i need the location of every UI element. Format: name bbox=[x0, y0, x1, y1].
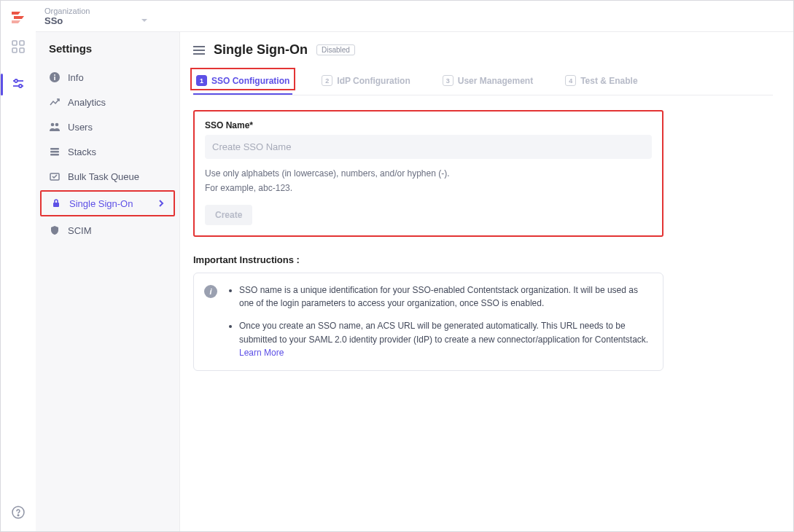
org-label: Organization bbox=[44, 7, 90, 15]
sidebar-item-bulk-task-queue[interactable]: Bulk Task Queue bbox=[36, 164, 179, 189]
sidebar-item-stacks[interactable]: Stacks bbox=[36, 139, 179, 164]
status-badge: Disabled bbox=[316, 44, 355, 55]
svg-point-5 bbox=[15, 79, 17, 82]
tab-test-enable[interactable]: 4 Test & Enable bbox=[562, 71, 640, 95]
queue-icon bbox=[49, 171, 61, 182]
svg-rect-17 bbox=[50, 154, 59, 156]
svg-point-13 bbox=[51, 123, 55, 127]
info-icon: i bbox=[204, 285, 217, 298]
create-button[interactable]: Create bbox=[205, 205, 252, 225]
svg-rect-1 bbox=[20, 41, 24, 45]
sidebar-item-label: Analytics bbox=[68, 97, 106, 108]
icon-rail bbox=[1, 31, 36, 531]
svg-rect-2 bbox=[12, 48, 17, 52]
tab-label: Test & Enable bbox=[580, 76, 637, 86]
sidebar-item-single-sign-on[interactable]: Single Sign-On bbox=[40, 190, 175, 216]
sidebar-item-users[interactable]: Users bbox=[36, 114, 179, 139]
main-content: Single Sign-On Disabled 1 SSO Configurat… bbox=[180, 31, 793, 531]
sidebar-item-label: Info bbox=[68, 72, 84, 83]
instructions-heading: Important Instructions : bbox=[193, 254, 773, 265]
chevron-down-icon bbox=[141, 17, 148, 24]
step-number: 4 bbox=[565, 75, 576, 86]
chevron-right-icon bbox=[157, 200, 165, 207]
topbar: Organization SSo bbox=[1, 1, 793, 31]
step-number: 1 bbox=[196, 75, 207, 86]
help-line: Use only alphabets (in lowercase), numbe… bbox=[205, 166, 652, 181]
help-line: For example, abc-123. bbox=[205, 181, 652, 195]
sidebar-item-label: Stacks bbox=[68, 146, 96, 157]
svg-rect-3 bbox=[20, 48, 24, 52]
org-selector[interactable]: Organization SSo bbox=[44, 7, 90, 26]
analytics-icon bbox=[49, 96, 61, 108]
svg-rect-16 bbox=[50, 151, 59, 153]
tab-label: SSO Configuration bbox=[211, 76, 289, 86]
page-title: Single Sign-On bbox=[214, 42, 308, 58]
users-icon bbox=[49, 121, 61, 133]
sidebar-item-scim[interactable]: SCIM bbox=[36, 218, 179, 243]
sidebar-item-label: SCIM bbox=[68, 225, 92, 236]
help-icon[interactable] bbox=[11, 505, 26, 520]
svg-rect-21 bbox=[193, 50, 205, 51]
svg-rect-0 bbox=[12, 41, 17, 45]
svg-rect-15 bbox=[50, 148, 59, 150]
svg-rect-20 bbox=[193, 46, 205, 47]
instruction-item: SSO name is a unique identification for … bbox=[239, 283, 651, 310]
tab-label: IdP Configuration bbox=[337, 76, 410, 86]
sidebar-item-label: Single Sign-On bbox=[69, 198, 133, 209]
learn-more-link[interactable]: Learn More bbox=[239, 348, 284, 358]
instructions-box: i SSO name is a unique identification fo… bbox=[193, 273, 663, 371]
lock-icon bbox=[50, 197, 62, 209]
sidebar-title: Settings bbox=[36, 39, 179, 65]
step-number: 2 bbox=[322, 75, 332, 86]
sidebar-item-analytics[interactable]: Analytics bbox=[36, 90, 179, 114]
svg-rect-22 bbox=[193, 53, 205, 55]
tab-idp-configuration[interactable]: 2 IdP Configuration bbox=[319, 71, 413, 95]
tab-sso-configuration[interactable]: 1 SSO Configuration bbox=[193, 71, 292, 95]
page-header: Single Sign-On Disabled bbox=[193, 38, 773, 58]
field-label: SSO Name* bbox=[205, 120, 652, 130]
svg-rect-11 bbox=[54, 77, 55, 80]
shield-icon bbox=[49, 224, 61, 236]
svg-rect-19 bbox=[53, 203, 59, 207]
settings-icon[interactable] bbox=[10, 77, 26, 93]
sidebar: Settings Info Analytics Users Stacks Bul… bbox=[36, 31, 180, 531]
sidebar-item-info[interactable]: Info bbox=[36, 65, 179, 90]
svg-point-9 bbox=[17, 515, 19, 516]
sso-name-input[interactable] bbox=[205, 135, 652, 159]
svg-point-7 bbox=[19, 85, 22, 87]
stacks-icon bbox=[49, 146, 61, 157]
tab-user-management[interactable]: 3 User Management bbox=[440, 71, 536, 95]
dashboard-icon[interactable] bbox=[10, 39, 26, 55]
svg-point-14 bbox=[55, 123, 59, 127]
sidebar-item-label: Users bbox=[68, 122, 93, 133]
sidebar-item-label: Bulk Task Queue bbox=[68, 171, 139, 182]
sso-name-form: SSO Name* Use only alphabets (in lowerca… bbox=[193, 110, 663, 237]
info-icon bbox=[49, 71, 61, 83]
org-value: SSo bbox=[44, 15, 90, 26]
tab-label: User Management bbox=[458, 76, 533, 86]
brand-logo-icon bbox=[9, 7, 27, 25]
instruction-item: Once you create an SSO name, an ACS URL … bbox=[239, 319, 651, 360]
menu-icon[interactable] bbox=[193, 45, 205, 55]
instruction-text: Once you create an SSO name, an ACS URL … bbox=[239, 321, 648, 345]
step-number: 3 bbox=[443, 75, 454, 86]
help-text: Use only alphabets (in lowercase), numbe… bbox=[205, 166, 652, 196]
stepper-tabs: 1 SSO Configuration 2 IdP Configuration … bbox=[193, 71, 773, 95]
svg-point-12 bbox=[54, 74, 55, 76]
